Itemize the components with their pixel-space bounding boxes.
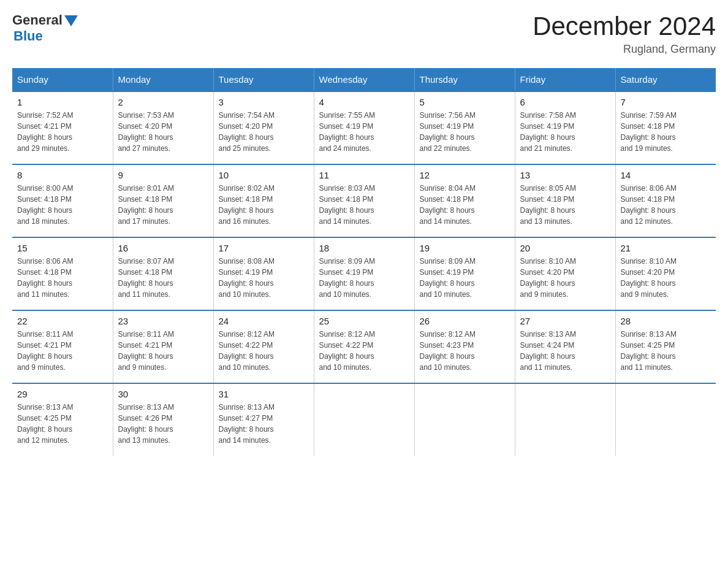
calendar-cell: 3Sunrise: 7:54 AMSunset: 4:20 PMDaylight… xyxy=(213,91,314,164)
day-info: Sunrise: 8:06 AMSunset: 4:18 PMDaylight:… xyxy=(621,183,711,227)
calendar-cell: 5Sunrise: 7:56 AMSunset: 4:19 PMDaylight… xyxy=(414,91,515,164)
day-info: Sunrise: 8:03 AMSunset: 4:18 PMDaylight:… xyxy=(319,183,409,227)
day-info: Sunrise: 8:13 AMSunset: 4:26 PMDaylight:… xyxy=(118,402,208,446)
day-info: Sunrise: 8:12 AMSunset: 4:22 PMDaylight:… xyxy=(219,329,309,373)
calendar-cell: 7Sunrise: 7:59 AMSunset: 4:18 PMDaylight… xyxy=(615,91,716,164)
day-number: 12 xyxy=(420,170,510,180)
day-number: 3 xyxy=(219,97,309,107)
day-number: 11 xyxy=(319,170,409,180)
day-number: 7 xyxy=(621,97,711,107)
day-info: Sunrise: 8:10 AMSunset: 4:20 PMDaylight:… xyxy=(621,256,711,300)
day-number: 1 xyxy=(17,97,108,107)
day-number: 18 xyxy=(319,243,409,253)
day-info: Sunrise: 8:01 AMSunset: 4:18 PMDaylight:… xyxy=(118,183,208,227)
day-info: Sunrise: 8:09 AMSunset: 4:19 PMDaylight:… xyxy=(319,256,409,300)
header-sunday: Sunday xyxy=(12,68,113,91)
calendar-cell: 23Sunrise: 8:11 AMSunset: 4:21 PMDayligh… xyxy=(113,310,213,383)
day-info: Sunrise: 7:58 AMSunset: 4:19 PMDaylight:… xyxy=(520,110,610,154)
calendar-cell xyxy=(615,383,716,456)
calendar-cell: 31Sunrise: 8:13 AMSunset: 4:27 PMDayligh… xyxy=(213,383,314,456)
day-number: 19 xyxy=(420,243,510,253)
day-number: 20 xyxy=(520,243,610,253)
logo-blue-text: Blue xyxy=(13,28,43,44)
header-wednesday: Wednesday xyxy=(314,68,414,91)
day-number: 23 xyxy=(118,316,208,326)
day-number: 21 xyxy=(621,243,711,253)
day-number: 16 xyxy=(118,243,208,253)
day-info: Sunrise: 7:56 AMSunset: 4:19 PMDaylight:… xyxy=(420,110,510,154)
day-info: Sunrise: 8:10 AMSunset: 4:20 PMDaylight:… xyxy=(520,256,610,300)
calendar-cell: 18Sunrise: 8:09 AMSunset: 4:19 PMDayligh… xyxy=(314,237,414,310)
day-number: 17 xyxy=(219,243,309,253)
calendar-cell: 27Sunrise: 8:13 AMSunset: 4:24 PMDayligh… xyxy=(515,310,615,383)
day-info: Sunrise: 8:02 AMSunset: 4:18 PMDaylight:… xyxy=(219,183,309,227)
header-friday: Friday xyxy=(515,68,615,91)
day-info: Sunrise: 8:11 AMSunset: 4:21 PMDaylight:… xyxy=(17,329,108,373)
day-info: Sunrise: 8:11 AMSunset: 4:21 PMDaylight:… xyxy=(118,329,208,373)
day-number: 13 xyxy=(520,170,610,180)
calendar-table: SundayMondayTuesdayWednesdayThursdayFrid… xyxy=(12,68,716,456)
day-info: Sunrise: 8:13 AMSunset: 4:24 PMDaylight:… xyxy=(520,329,610,373)
header-thursday: Thursday xyxy=(414,68,515,91)
day-number: 26 xyxy=(420,316,510,326)
day-number: 30 xyxy=(118,389,208,399)
day-info: Sunrise: 7:55 AMSunset: 4:19 PMDaylight:… xyxy=(319,110,409,154)
logo-general-text: General xyxy=(12,12,63,28)
day-info: Sunrise: 8:04 AMSunset: 4:18 PMDaylight:… xyxy=(420,183,510,227)
day-number: 27 xyxy=(520,316,610,326)
title-section: December 2024 Rugland, Germany xyxy=(533,12,716,56)
calendar-cell: 4Sunrise: 7:55 AMSunset: 4:19 PMDaylight… xyxy=(314,91,414,164)
calendar-cell xyxy=(515,383,615,456)
calendar-week-row: 22Sunrise: 8:11 AMSunset: 4:21 PMDayligh… xyxy=(12,310,716,383)
calendar-cell: 28Sunrise: 8:13 AMSunset: 4:25 PMDayligh… xyxy=(615,310,716,383)
day-number: 5 xyxy=(420,97,510,107)
day-number: 25 xyxy=(319,316,409,326)
day-number: 2 xyxy=(118,97,208,107)
location-text: Rugland, Germany xyxy=(533,43,716,56)
calendar-cell: 1Sunrise: 7:52 AMSunset: 4:21 PMDaylight… xyxy=(12,91,113,164)
calendar-cell: 20Sunrise: 8:10 AMSunset: 4:20 PMDayligh… xyxy=(515,237,615,310)
calendar-cell: 9Sunrise: 8:01 AMSunset: 4:18 PMDaylight… xyxy=(113,164,213,237)
calendar-cell: 10Sunrise: 8:02 AMSunset: 4:18 PMDayligh… xyxy=(213,164,314,237)
day-info: Sunrise: 8:13 AMSunset: 4:25 PMDaylight:… xyxy=(621,329,711,373)
calendar-cell xyxy=(414,383,515,456)
day-number: 10 xyxy=(219,170,309,180)
day-info: Sunrise: 7:54 AMSunset: 4:20 PMDaylight:… xyxy=(219,110,309,154)
calendar-header-row: SundayMondayTuesdayWednesdayThursdayFrid… xyxy=(12,68,716,91)
day-info: Sunrise: 8:00 AMSunset: 4:18 PMDaylight:… xyxy=(17,183,108,227)
day-number: 24 xyxy=(219,316,309,326)
calendar-cell: 11Sunrise: 8:03 AMSunset: 4:18 PMDayligh… xyxy=(314,164,414,237)
calendar-week-row: 8Sunrise: 8:00 AMSunset: 4:18 PMDaylight… xyxy=(12,164,716,237)
calendar-cell: 21Sunrise: 8:10 AMSunset: 4:20 PMDayligh… xyxy=(615,237,716,310)
day-number: 6 xyxy=(520,97,610,107)
header-saturday: Saturday xyxy=(615,68,716,91)
day-number: 4 xyxy=(319,97,409,107)
calendar-cell: 25Sunrise: 8:12 AMSunset: 4:22 PMDayligh… xyxy=(314,310,414,383)
header-monday: Monday xyxy=(113,68,213,91)
calendar-cell: 24Sunrise: 8:12 AMSunset: 4:22 PMDayligh… xyxy=(213,310,314,383)
calendar-cell: 16Sunrise: 8:07 AMSunset: 4:18 PMDayligh… xyxy=(113,237,213,310)
day-info: Sunrise: 8:12 AMSunset: 4:23 PMDaylight:… xyxy=(420,329,510,373)
calendar-cell: 12Sunrise: 8:04 AMSunset: 4:18 PMDayligh… xyxy=(414,164,515,237)
calendar-cell: 30Sunrise: 8:13 AMSunset: 4:26 PMDayligh… xyxy=(113,383,213,456)
calendar-cell: 14Sunrise: 8:06 AMSunset: 4:18 PMDayligh… xyxy=(615,164,716,237)
day-info: Sunrise: 8:07 AMSunset: 4:18 PMDaylight:… xyxy=(118,256,208,300)
day-number: 8 xyxy=(17,170,108,180)
logo-triangle-icon xyxy=(64,15,78,26)
calendar-cell: 29Sunrise: 8:13 AMSunset: 4:25 PMDayligh… xyxy=(12,383,113,456)
day-number: 14 xyxy=(621,170,711,180)
day-info: Sunrise: 7:52 AMSunset: 4:21 PMDaylight:… xyxy=(17,110,108,154)
logo: General Blue xyxy=(12,12,78,44)
day-info: Sunrise: 8:13 AMSunset: 4:25 PMDaylight:… xyxy=(17,402,108,446)
calendar-cell: 13Sunrise: 8:05 AMSunset: 4:18 PMDayligh… xyxy=(515,164,615,237)
calendar-cell: 15Sunrise: 8:06 AMSunset: 4:18 PMDayligh… xyxy=(12,237,113,310)
day-info: Sunrise: 8:12 AMSunset: 4:22 PMDaylight:… xyxy=(319,329,409,373)
day-number: 31 xyxy=(219,389,309,399)
day-number: 15 xyxy=(17,243,108,253)
day-info: Sunrise: 8:06 AMSunset: 4:18 PMDaylight:… xyxy=(17,256,108,300)
calendar-week-row: 15Sunrise: 8:06 AMSunset: 4:18 PMDayligh… xyxy=(12,237,716,310)
day-number: 22 xyxy=(17,316,108,326)
calendar-cell: 6Sunrise: 7:58 AMSunset: 4:19 PMDaylight… xyxy=(515,91,615,164)
month-title: December 2024 xyxy=(533,12,716,40)
calendar-week-row: 1Sunrise: 7:52 AMSunset: 4:21 PMDaylight… xyxy=(12,91,716,164)
